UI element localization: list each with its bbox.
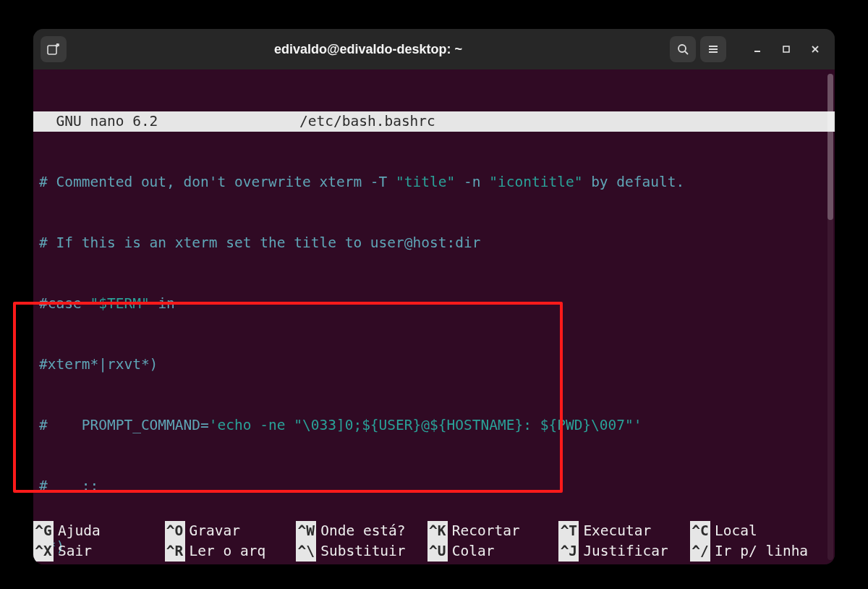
shortcut-help[interactable]: ^GAjuda <box>33 521 165 541</box>
shortcut-key: ^O <box>165 521 185 541</box>
shortcut-local[interactable]: ^CLocal <box>690 521 822 541</box>
terminal-content: GNU nano 6.2 /etc/bash.bashrc # Commente… <box>33 69 835 564</box>
shortcut-replace[interactable]: ^\Substituir <box>296 541 427 562</box>
maximize-button[interactable] <box>774 37 799 62</box>
shortcut-key: ^G <box>33 521 54 541</box>
code-string: 'echo -ne "\033]0;${USER}@${HOSTNAME}: $… <box>209 417 642 433</box>
hamburger-menu-button[interactable] <box>700 36 726 62</box>
svg-rect-9 <box>783 46 789 52</box>
minimize-icon <box>752 43 763 55</box>
minimize-button[interactable] <box>745 37 770 62</box>
shortcut-gotoline[interactable]: ^/Ir p/ linha <box>690 541 822 562</box>
shortcut-key: ^K <box>427 521 448 541</box>
shortcut-key: ^U <box>427 541 448 562</box>
shortcut-key: ^R <box>165 541 185 562</box>
scrollbar-thumb[interactable] <box>827 74 833 220</box>
search-icon <box>676 43 689 56</box>
shortcut-exit[interactable]: ^XSair <box>33 541 165 562</box>
shortcut-label: Gravar <box>185 521 240 541</box>
code-line: #xterm*|rxvt*) <box>33 355 835 375</box>
hamburger-icon <box>707 43 720 56</box>
svg-rect-0 <box>48 46 56 54</box>
code-string: "$TERM" <box>90 295 149 312</box>
window-title: edivaldo@edivaldo-desktop: ~ <box>72 42 664 57</box>
code-string: "icontitle" <box>489 174 582 190</box>
terminal-scrollbar[interactable] <box>827 74 833 560</box>
code-line: # Commented out, don't overwrite xterm -… <box>39 174 396 190</box>
shortcut-execute[interactable]: ^TExecutar <box>558 521 690 541</box>
shortcut-label: Substituir <box>316 541 405 562</box>
shortcut-key: ^C <box>690 521 710 541</box>
shortcut-where[interactable]: ^WOnde está? <box>296 521 427 541</box>
shortcut-key: ^\ <box>296 541 316 562</box>
code-line: # ;; <box>33 476 835 496</box>
new-tab-icon <box>47 43 60 56</box>
code-string: "title" <box>396 174 455 190</box>
shortcut-label: Sair <box>54 541 92 562</box>
code-line: # If this is an xterm set the title to u… <box>33 233 835 253</box>
shortcut-label: Justificar <box>579 541 668 562</box>
close-button[interactable] <box>803 37 827 62</box>
svg-line-4 <box>685 51 688 54</box>
new-tab-button[interactable] <box>41 36 67 62</box>
shortcut-label: Ajuda <box>54 521 101 541</box>
shortcut-key: ^T <box>558 521 579 541</box>
shortcut-label: Colar <box>448 541 495 562</box>
shortcut-key: ^W <box>296 521 316 541</box>
code-line: #case <box>39 295 90 312</box>
shortcut-label: Executar <box>579 521 651 541</box>
code-line: in <box>150 295 175 312</box>
code-line: by default. <box>582 174 684 190</box>
terminal-window: edivaldo@edivaldo-desktop: ~ <box>33 29 835 564</box>
svg-point-3 <box>678 45 686 52</box>
shortcut-write[interactable]: ^OGravar <box>165 521 297 541</box>
shortcut-justify[interactable]: ^JJustificar <box>558 541 690 562</box>
shortcut-row-2: ^XSair ^RLer o arq ^\Substituir ^UColar … <box>33 541 825 562</box>
shortcut-paste[interactable]: ^UColar <box>427 541 559 562</box>
shortcut-label: Ler o arq <box>185 541 266 562</box>
terminal-area[interactable]: GNU nano 6.2 /etc/bash.bashrc # Commente… <box>33 69 835 564</box>
nano-file-name: /etc/bash.bashrc <box>299 111 829 132</box>
search-button[interactable] <box>670 36 696 62</box>
shortcut-key: ^/ <box>690 541 710 562</box>
shortcut-row-1: ^GAjuda ^OGravar ^WOnde está? ^KRecortar… <box>33 521 825 541</box>
shortcut-key: ^J <box>558 541 579 562</box>
code-line: # PROMPT_COMMAND= <box>39 417 209 433</box>
maximize-icon <box>781 44 791 54</box>
shortcut-label: Onde está? <box>316 521 405 541</box>
shortcut-key: ^X <box>33 541 54 562</box>
close-icon <box>810 44 820 54</box>
shortcut-cut[interactable]: ^KRecortar <box>427 521 559 541</box>
shortcut-label: Local <box>710 521 757 541</box>
titlebar: edivaldo@edivaldo-desktop: ~ <box>33 29 835 69</box>
shortcut-read[interactable]: ^RLer o arq <box>165 541 297 562</box>
shortcut-label: Ir p/ linha <box>710 541 808 562</box>
nano-app-name: GNU nano 6.2 <box>39 111 299 132</box>
code-line: -n <box>455 174 489 190</box>
shortcut-label: Recortar <box>448 521 520 541</box>
nano-shortcuts: ^GAjuda ^OGravar ^WOnde está? ^KRecortar… <box>33 521 825 562</box>
nano-header: GNU nano 6.2 /etc/bash.bashrc <box>33 111 835 132</box>
